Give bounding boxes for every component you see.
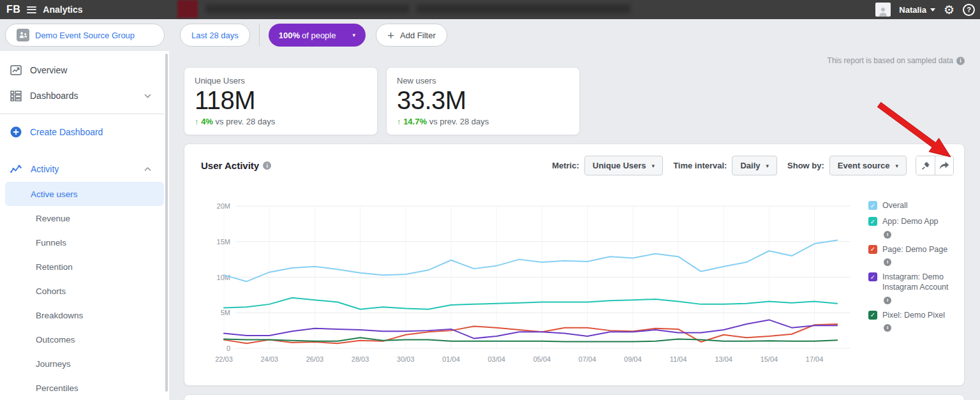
- help-icon[interactable]: ?: [963, 4, 975, 16]
- sidebar-item-revenue[interactable]: Revenue: [5, 206, 164, 230]
- event-source-group-label: Demo Event Source Group: [35, 31, 135, 40]
- avatar[interactable]: [875, 3, 891, 17]
- pin-button[interactable]: [916, 156, 935, 175]
- svg-text:17/04: 17/04: [806, 355, 824, 363]
- population-filter-dropdown[interactable]: 100% of people ▾: [269, 24, 366, 47]
- redacted-text: [205, 4, 410, 13]
- legend-checkbox[interactable]: ✓: [868, 311, 877, 320]
- svg-text:07/04: 07/04: [579, 355, 597, 363]
- gear-icon[interactable]: ⚙: [944, 4, 954, 16]
- share-arrow-icon: [939, 161, 949, 170]
- svg-text:13/04: 13/04: [715, 355, 732, 363]
- info-icon[interactable]: i: [884, 258, 891, 266]
- chevron-down-icon: ▾: [352, 32, 355, 38]
- next-panel-top-edge: [184, 394, 965, 400]
- svg-text:15M: 15M: [217, 238, 230, 246]
- sidebar: Overview Dashboards Create Dashboard Act…: [0, 51, 169, 400]
- svg-text:09/04: 09/04: [624, 355, 642, 363]
- sidebar-item-active-users[interactable]: Active users: [5, 182, 164, 206]
- sidebar-item-overview[interactable]: Overview: [0, 57, 169, 83]
- filter-bar: Demo Event Source Group Last 28 days 100…: [0, 19, 980, 51]
- chart-legend: ✓Overall ✓App: Demo App i✓Page: Demo Pag…: [868, 200, 951, 337]
- group-icon: [17, 29, 29, 41]
- sidebar-item-outcomes[interactable]: Outcomes: [5, 327, 164, 352]
- sidebar-item-journeys[interactable]: Journeys: [5, 352, 164, 376]
- divider: [259, 24, 260, 47]
- info-icon[interactable]: i: [884, 324, 891, 332]
- chevron-down-icon: ▾: [895, 163, 898, 169]
- sidebar-item-retention[interactable]: Retention: [5, 255, 164, 279]
- info-icon[interactable]: i: [956, 57, 965, 65]
- app-title: Analytics: [43, 4, 82, 15]
- card-title: New users: [397, 76, 569, 85]
- share-button[interactable]: [935, 156, 953, 175]
- legend-item: ✓Instagram: Demo Instagram Account i: [868, 272, 951, 304]
- date-range-label: Last 28 days: [191, 31, 239, 40]
- info-icon[interactable]: i: [884, 231, 891, 239]
- add-filter-button[interactable]: + Add Filter: [376, 24, 447, 47]
- overview-chart-icon: [10, 65, 22, 75]
- up-arrow-icon: ↑: [397, 117, 401, 126]
- redacted-notification-icon: [177, 0, 198, 18]
- plus-icon: +: [387, 29, 394, 41]
- sidebar-item-breakdowns[interactable]: Breakdowns: [5, 303, 164, 327]
- sidebar-item-label: Overview: [30, 65, 67, 75]
- legend-checkbox[interactable]: ✓: [868, 201, 877, 210]
- chevron-down-icon: ▾: [652, 163, 655, 169]
- svg-text:01/04: 01/04: [442, 355, 460, 363]
- sidebar-item-label: Dashboards: [30, 91, 78, 101]
- activity-subnav: Active usersRevenueFunnelsRetentionCohor…: [0, 182, 169, 400]
- legend-label: Instagram: Demo Instagram Account i: [882, 272, 949, 304]
- sidebar-item-cohorts[interactable]: Cohorts: [5, 279, 164, 303]
- plus-circle-icon: [10, 126, 22, 138]
- legend-checkbox[interactable]: ✓: [868, 272, 877, 281]
- svg-text:26/03: 26/03: [306, 355, 324, 363]
- show-by-label: Show by:: [787, 161, 824, 170]
- sidebar-item-funnels[interactable]: Funnels: [5, 230, 164, 255]
- svg-text:5M: 5M: [221, 309, 230, 316]
- user-name-label: Natalia: [899, 5, 926, 15]
- pin-icon: [921, 161, 930, 170]
- unique-users-card: Unique Users 118M ↑ 4% vs prev. 28 days: [184, 67, 378, 135]
- legend-item: ✓Page: Demo Page i: [868, 244, 951, 266]
- legend-checkbox[interactable]: ✓: [868, 245, 877, 254]
- legend-checkbox[interactable]: ✓: [868, 217, 877, 226]
- date-range-selector[interactable]: Last 28 days: [180, 24, 250, 47]
- legend-label: Pixel: Demo Pixel i: [882, 310, 949, 332]
- svg-text:22/03: 22/03: [215, 355, 233, 363]
- svg-text:24/03: 24/03: [260, 355, 278, 363]
- activity-line-chart: 22/0324/0326/0328/0330/0301/0403/0405/04…: [205, 198, 862, 367]
- user-activity-panel: User Activity i Metric: Unique Users ▾ T…: [184, 144, 965, 386]
- metric-dropdown[interactable]: Unique Users ▾: [584, 156, 663, 175]
- fb-logo[interactable]: FB: [6, 4, 20, 15]
- svg-text:20M: 20M: [217, 202, 230, 210]
- card-delta: ↑ 14.7% vs prev. 28 days: [397, 117, 569, 126]
- svg-text:0: 0: [226, 344, 230, 352]
- create-dashboard-label: Create Dashboard: [30, 127, 103, 137]
- sidebar-item-dashboards[interactable]: Dashboards: [0, 83, 169, 108]
- add-filter-label: Add Filter: [400, 31, 436, 40]
- up-arrow-icon: ↑: [195, 117, 199, 126]
- card-value: 118M: [195, 86, 367, 115]
- top-nav-bar: FB Analytics Natalia ⚙ ?: [0, 0, 980, 19]
- info-icon[interactable]: i: [263, 161, 271, 170]
- show-by-dropdown[interactable]: Event source ▾: [829, 156, 907, 175]
- time-interval-dropdown[interactable]: Daily ▾: [732, 156, 777, 175]
- sidebar-item-percentiles[interactable]: Percentiles: [5, 376, 164, 400]
- info-icon[interactable]: i: [884, 297, 891, 304]
- time-interval-label: Time interval:: [673, 161, 727, 170]
- hamburger-menu-icon[interactable]: [27, 6, 36, 13]
- chevron-up-icon: [144, 167, 151, 172]
- panel-title: User Activity i: [201, 160, 271, 171]
- svg-text:03/04: 03/04: [487, 355, 505, 363]
- card-value: 33.3M: [397, 86, 569, 115]
- create-dashboard-button[interactable]: Create Dashboard: [0, 119, 169, 145]
- sidebar-item-label: Activity: [31, 164, 59, 174]
- sidebar-scrollbar[interactable]: [165, 54, 168, 392]
- sidebar-item-activity[interactable]: Activity: [0, 156, 169, 182]
- user-menu[interactable]: Natalia: [899, 5, 935, 15]
- legend-item: ✓Overall: [868, 200, 951, 211]
- divider: [0, 114, 164, 114]
- event-source-group-selector[interactable]: Demo Event Source Group: [5, 24, 165, 47]
- legend-label: Page: Demo Page i: [882, 244, 949, 266]
